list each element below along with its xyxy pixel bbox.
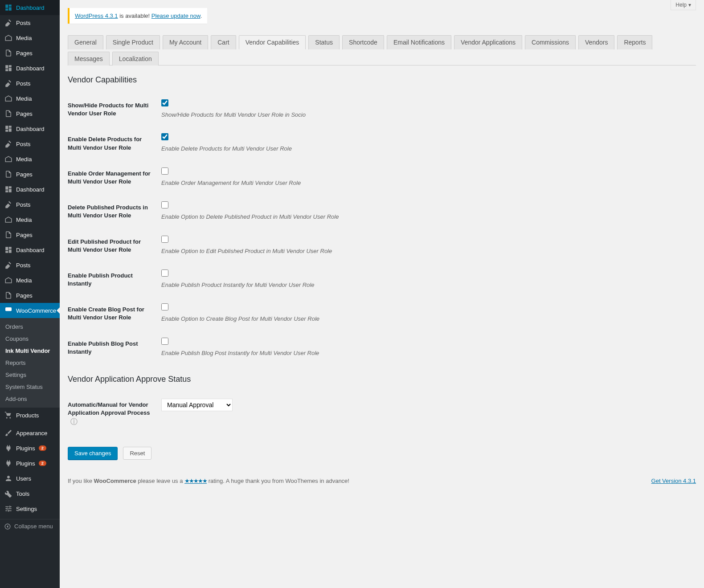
sidebar-item-media[interactable]: Media <box>0 212 60 227</box>
tab-vendor-capabilities[interactable]: Vendor Capabilities <box>239 35 306 49</box>
submenu-item-orders[interactable]: Orders <box>0 321 60 333</box>
update-notice: WordPress 4.3.1 is available! Please upd… <box>68 8 207 24</box>
sidebar-item-dashboard[interactable]: Dashboard <box>0 242 60 257</box>
sidebar-item-dashboard[interactable]: Dashboard <box>0 182 60 197</box>
wordpress-version-link[interactable]: WordPress 4.3.1 <box>75 12 118 19</box>
tab-localization[interactable]: Localization <box>112 52 159 65</box>
admin-sidebar: DashboardPostsMediaPagesDashboardPostsMe… <box>0 0 60 588</box>
sidebar-label: Posts <box>16 201 31 208</box>
tab-vendors[interactable]: Vendors <box>578 35 614 49</box>
sidebar-item-media[interactable]: Media <box>0 273 60 288</box>
notice-text: is available! <box>118 12 151 19</box>
field-label: Enable Order Management for Multi Vendor… <box>68 161 157 195</box>
field-label: Enable Create Blog Post for Multi Vendor… <box>68 297 157 331</box>
save-button[interactable]: Save changes <box>68 447 118 460</box>
sidebar-item-posts[interactable]: Posts <box>0 15 60 30</box>
field-checkbox-5[interactable] <box>161 270 168 277</box>
tab-reports[interactable]: Reports <box>617 35 652 49</box>
approval-select[interactable]: Manual Approval <box>161 399 233 411</box>
submenu-item-ink-multi-vendor[interactable]: Ink Multi Vendor <box>0 345 60 357</box>
sidebar-label: Dashboard <box>16 186 45 193</box>
submenu-item-system-status[interactable]: System Status <box>0 381 60 393</box>
sidebar-item-dashboard[interactable]: Dashboard <box>0 61 60 76</box>
tab-email-notifications[interactable]: Email Notifications <box>387 35 451 49</box>
submenu-item-settings[interactable]: Settings <box>0 369 60 381</box>
tab-status[interactable]: Status <box>308 35 340 49</box>
footer-brand: WooCommerce <box>94 478 136 484</box>
rating-link[interactable]: ★★★★★ <box>184 478 207 484</box>
sidebar-item-dashboard[interactable]: Dashboard <box>0 0 60 15</box>
help-tab[interactable]: Help ▾ <box>671 0 696 10</box>
sidebar-label: Pages <box>16 232 33 238</box>
sidebar-label: Users <box>16 475 31 482</box>
sidebar-item-pages[interactable]: Pages <box>0 106 60 121</box>
dashboard-icon <box>4 64 12 72</box>
sidebar-label: Products <box>16 412 39 419</box>
sidebar-item-pages[interactable]: Pages <box>0 167 60 182</box>
sidebar-item-settings[interactable]: Settings <box>0 501 60 516</box>
sidebar-item-pages[interactable]: Pages <box>0 45 60 61</box>
tab-messages[interactable]: Messages <box>68 52 110 65</box>
help-icon[interactable]: ⓘ <box>70 418 78 425</box>
sidebar-item-pages[interactable]: Pages <box>0 227 60 242</box>
sidebar-item-posts[interactable]: Posts <box>0 197 60 212</box>
plug-icon <box>4 459 12 467</box>
field-checkbox-1[interactable] <box>161 133 168 140</box>
footer: If you like WooCommerce please leave us … <box>68 478 696 493</box>
dashboard-icon <box>4 185 12 193</box>
sidebar-item-plugins[interactable]: Plugins 2 <box>0 441 60 456</box>
tab-my-account[interactable]: My Account <box>163 35 208 49</box>
field-checkbox-2[interactable] <box>161 167 168 175</box>
reset-button[interactable]: Reset <box>123 447 151 460</box>
tab-shortcode[interactable]: Shortcode <box>342 35 384 49</box>
settings-tabs: GeneralSingle ProductMy AccountCartVendo… <box>68 35 696 65</box>
dashboard-icon <box>4 246 12 254</box>
sidebar-item-media[interactable]: Media <box>0 30 60 45</box>
sidebar-label: Media <box>16 277 32 284</box>
sidebar-item-posts[interactable]: Posts <box>0 136 60 151</box>
sidebar-item-tools[interactable]: Tools <box>0 486 60 501</box>
collapse-menu-button[interactable]: Collapse menu <box>0 519 60 533</box>
field-checkbox-3[interactable] <box>161 201 168 208</box>
tab-vendor-applications[interactable]: Vendor Applications <box>454 35 522 49</box>
sidebar-item-products[interactable]: Products <box>0 408 60 423</box>
sidebar-item-appearance[interactable]: Appearance <box>0 425 60 441</box>
submenu-item-reports[interactable]: Reports <box>0 357 60 369</box>
sidebar-label: Media <box>16 156 32 163</box>
sidebar-label: Pages <box>16 110 33 117</box>
sidebar-item-posts[interactable]: Posts <box>0 257 60 273</box>
sidebar-item-pages[interactable]: Pages <box>0 288 60 303</box>
tab-single-product[interactable]: Single Product <box>106 35 160 49</box>
media-icon <box>4 94 12 102</box>
update-now-link[interactable]: Please update now <box>151 12 201 19</box>
submenu-item-coupons[interactable]: Coupons <box>0 333 60 345</box>
chevron-down-icon: ▾ <box>688 2 691 8</box>
sidebar-label: WooCommerce <box>16 307 56 314</box>
sidebar-item-woocommerce[interactable]: WooCommerce <box>0 303 60 318</box>
sidebar-label: Settings <box>16 506 37 512</box>
main-content: Help ▾ WordPress 4.3.1 is available! Ple… <box>60 0 704 588</box>
field-checkbox-0[interactable] <box>161 99 168 106</box>
field-label: Enable Publish Blog Post Instantly <box>68 331 157 365</box>
field-description: Enable Option to Create Blog Post for Mu… <box>161 315 692 322</box>
sidebar-item-media[interactable]: Media <box>0 91 60 106</box>
sidebar-label: Plugins <box>16 460 35 467</box>
sidebar-item-media[interactable]: Media <box>0 151 60 167</box>
update-badge: 2 <box>39 445 46 451</box>
sidebar-item-plugins-2[interactable]: Plugins 2 <box>0 456 60 471</box>
field-description: Enable Order Management for Multi Vendor… <box>161 180 692 186</box>
sidebar-item-users[interactable]: Users <box>0 471 60 486</box>
tab-cart[interactable]: Cart <box>211 35 236 49</box>
tab-general[interactable]: General <box>68 35 103 49</box>
get-version-link[interactable]: Get Version 4.3.1 <box>651 478 696 484</box>
field-checkbox-6[interactable] <box>161 303 168 310</box>
submenu-item-add-ons[interactable]: Add-ons <box>0 393 60 405</box>
field-checkbox-7[interactable] <box>161 338 168 345</box>
field-checkbox-4[interactable] <box>161 236 168 243</box>
sidebar-label: Dashboard <box>16 247 45 253</box>
sidebar-label: Dashboard <box>16 126 45 132</box>
tab-commissions[interactable]: Commissions <box>525 35 576 49</box>
sidebar-item-dashboard[interactable]: Dashboard <box>0 121 60 136</box>
pages-icon <box>4 170 12 178</box>
sidebar-item-posts[interactable]: Posts <box>0 76 60 91</box>
